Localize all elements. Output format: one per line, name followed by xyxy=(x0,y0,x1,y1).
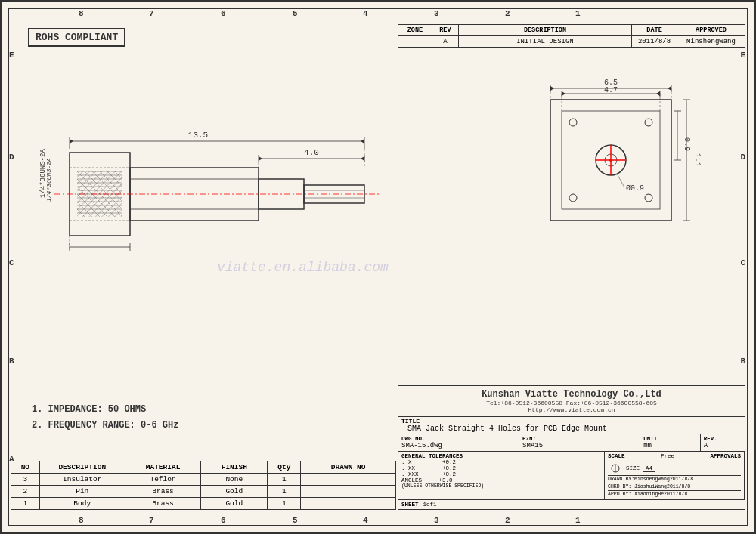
title-label-row: TITLE SMA Jack Straight 4 Holes for PCB … xyxy=(398,417,745,434)
svg-point-61 xyxy=(569,194,577,202)
rev-cell: REV. A xyxy=(701,434,745,451)
note-1: 1. IMPEDANCE: 50 OHMS xyxy=(32,402,178,418)
parts-cell-qty-2: 1 xyxy=(268,486,301,498)
rev-value: A xyxy=(704,442,742,449)
parts-cell-fin-2: Gold xyxy=(201,486,268,498)
parts-cell-no-2: 2 xyxy=(11,486,40,498)
zone-bot-8: 8 xyxy=(79,516,84,525)
zone-bot-6: 6 xyxy=(221,516,226,525)
svg-point-62 xyxy=(645,194,652,202)
zone-bot-5: 5 xyxy=(293,516,298,525)
zone-top-5: 5 xyxy=(293,9,298,18)
zone-right-B: B xyxy=(740,357,745,366)
parts-cell-desc-3: Insulator xyxy=(39,474,125,486)
company-header: Kunshan Viatte Technology Co.,Ltd Tel:+8… xyxy=(398,386,745,417)
parts-cell-mat-1: Brass xyxy=(125,498,201,510)
appd-by: APPD BY: XiaobingHe2011/8/8 xyxy=(608,491,741,498)
parts-cell-qty-1: 1 xyxy=(268,498,301,510)
parts-cell-mat-3: Teflon xyxy=(125,474,201,486)
revision-table: ZONE REV DESCRIPTION DATE APPROVED A INI… xyxy=(398,24,745,48)
parts-cell-qty-3: 1 xyxy=(268,474,301,486)
scale-row: SCALE Free APPROVALS xyxy=(608,453,741,461)
parts-cell-mat-2: Brass xyxy=(125,486,201,498)
zone-top-6: 6 xyxy=(221,9,226,18)
size-value: A4 xyxy=(643,465,655,472)
svg-marker-70 xyxy=(668,86,671,91)
zone-left-E: E xyxy=(9,51,14,60)
rev-desc-1: INITIAL DESIGN xyxy=(458,36,631,48)
parts-table: NO DESCRIPTION MATERIAL FINISH Qty DRAWN… xyxy=(11,461,396,510)
parts-cell-drawn-1 xyxy=(301,498,396,510)
parts-cell-fin-3: None xyxy=(201,474,268,486)
company-name: Kunshan Viatte Technology Co.,Ltd xyxy=(401,389,742,400)
zone-top-1: 1 xyxy=(575,9,581,18)
zone-bot-3: 3 xyxy=(434,516,439,525)
company-tel: Tel:+86-0512-36600558 Fax:+86-0512-36600… xyxy=(401,400,742,406)
zone-bot-1: 1 xyxy=(575,516,581,525)
pn-cell: P/N: SMA15 xyxy=(519,434,640,451)
parts-row-1: 1 Body Brass Gold 1 xyxy=(11,498,396,510)
note-2: 2. FREQUENCY RANGE: 0-6 GHz xyxy=(32,418,178,434)
svg-marker-75 xyxy=(562,91,565,96)
svg-marker-41 xyxy=(361,139,364,144)
size-row: SIZE A4 xyxy=(608,463,741,476)
parts-header-qty: Qty xyxy=(268,461,301,474)
zone-right-E: E xyxy=(740,51,745,60)
dwg-no-cell: DWG NO. SMA-15.dwg xyxy=(398,434,519,451)
zone-right-C: C xyxy=(740,258,745,267)
tol-angles: ANGLES +3.0 xyxy=(401,477,601,483)
sheet-label: SHEET xyxy=(401,502,419,508)
parts-cell-no-3: 3 xyxy=(11,474,40,486)
unit-label: UNIT xyxy=(643,436,697,442)
drawing-area: 8 7 6 5 4 3 2 1 8 7 6 5 4 3 2 1 E D C B … xyxy=(0,0,756,534)
company-website: Http://www.viatte.com.cn xyxy=(401,406,742,413)
sheet-value: 1of1 xyxy=(423,502,437,508)
drawn-by: DRAWN BY:MinshengWang2011/8/8 xyxy=(608,476,741,483)
rev-date-1: 2011/8/8 xyxy=(632,36,677,48)
svg-point-60 xyxy=(645,119,652,126)
rev-rev-1: A xyxy=(432,36,458,48)
pn-label: P/N: xyxy=(522,436,637,442)
scale-label: SCALE xyxy=(608,453,625,459)
title-label: TITLE xyxy=(401,418,742,424)
unit-value: mm xyxy=(643,442,697,449)
tolerances-label: GENERAL TOLERANCES xyxy=(401,453,601,459)
svg-marker-76 xyxy=(656,91,660,96)
zone-top-3: 3 xyxy=(434,9,439,18)
scale-approvals-cell: SCALE Free APPROVALS SIZE A4 DRAWN BY:Mi… xyxy=(605,452,745,499)
tolerances-cell: GENERAL TOLERANCES . X +0.2 . XX +0.2 . … xyxy=(398,452,605,499)
svg-text:4.0: 4.0 xyxy=(304,148,319,157)
sheet-row: SHEET 1of1 xyxy=(398,500,745,509)
rohs-box: ROHS COMPLIANT xyxy=(28,28,125,47)
rev-header-rev: REV xyxy=(432,25,458,36)
svg-text:1.1: 1.1 xyxy=(693,153,702,167)
zone-top-8: 8 xyxy=(79,9,84,18)
zone-top-4: 4 xyxy=(363,9,368,18)
tol-note: (UNLESS OTHERWISE SPECIFIED) xyxy=(401,483,601,489)
dwg-row: DWG NO. SMA-15.dwg P/N: SMA15 UNIT mm RE… xyxy=(398,434,745,452)
parts-cell-desc-1: Body xyxy=(39,498,125,510)
zone-top-7: 7 xyxy=(149,9,154,18)
approvals-label: APPROVALS xyxy=(710,453,741,459)
dwg-no-label: DWG NO. xyxy=(401,436,516,442)
title-value: SMA Jack Straight 4 Holes for PCB Edge M… xyxy=(401,424,742,433)
svg-marker-69 xyxy=(550,86,554,91)
svg-point-65 xyxy=(609,159,612,162)
parts-cell-drawn-3 xyxy=(301,474,396,486)
zone-left-D: D xyxy=(9,153,14,162)
ground-symbol xyxy=(608,463,623,474)
zone-bot-4: 4 xyxy=(363,516,368,525)
size-label: SIZE xyxy=(626,465,640,471)
svg-text:13.5: 13.5 xyxy=(188,131,208,140)
rev-header-zone: ZONE xyxy=(398,25,432,36)
svg-marker-40 xyxy=(70,139,73,144)
svg-line-87 xyxy=(617,174,624,187)
zone-left-C: C xyxy=(9,258,14,267)
tol-xx: . XX +0.2 xyxy=(401,465,601,471)
svg-text:Ø0.9: Ø0.9 xyxy=(626,184,644,193)
svg-point-59 xyxy=(569,119,577,126)
main-drawing: 1/4*36UNS-2A 13.5 4.0 xyxy=(32,62,425,326)
zone-bot-2: 2 xyxy=(505,516,510,525)
rev-label: REV. xyxy=(704,436,742,442)
zone-right-D: D xyxy=(740,153,745,162)
